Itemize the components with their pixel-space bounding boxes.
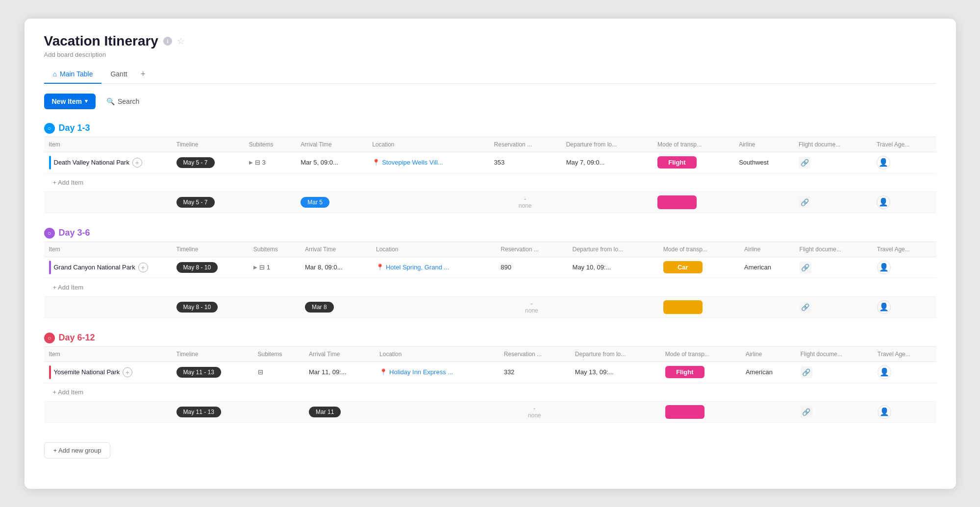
add-subitem-icon[interactable]: + — [132, 158, 142, 168]
mode-badge[interactable]: Car — [663, 261, 703, 273]
location-text: Holiday Inn Express ... — [389, 368, 453, 376]
arrival-time: Mar 5, 09:0... — [296, 152, 367, 173]
col-subitems: Subitems — [244, 137, 296, 152]
tab-gantt-label: Gantt — [110, 70, 127, 78]
subitems-icon: ⊟ — [258, 368, 263, 376]
group-day3-6-dot[interactable]: ○ — [44, 228, 55, 239]
doc-icon[interactable]: 🔗 — [800, 262, 811, 273]
summary-mode — [663, 300, 703, 314]
subitems-icon: ⊟ — [259, 264, 265, 271]
chevron-down-icon: ▾ — [85, 98, 88, 104]
search-icon: 🔍 — [106, 97, 115, 105]
col-travel-agent: Travel Age... — [872, 137, 936, 152]
reservation: 332 — [499, 362, 570, 383]
color-bar — [49, 261, 51, 274]
group-day1-3-title: Day 1-3 — [59, 123, 90, 133]
col-flight-doc-g3: Flight docume... — [796, 346, 873, 362]
subitems-cell[interactable]: ⊟ — [258, 368, 299, 376]
subitems-cell[interactable]: ▶ ⊟ 1 — [253, 264, 295, 271]
person-icon[interactable]: 👤 — [877, 261, 891, 274]
col-travel-agent-g3: Travel Age... — [873, 346, 936, 362]
subitems-arrow-icon: ▶ — [253, 265, 257, 270]
group-day1-3-table: Item Timeline Subitems Arrival Time Loca… — [44, 137, 936, 213]
mode-badge[interactable]: Flight — [657, 156, 697, 169]
reservation: 353 — [489, 152, 561, 173]
subitems-icon: ⊟ — [255, 159, 260, 166]
page-title: Vacation Itinerary — [44, 33, 158, 49]
col-location-g3: Location — [375, 346, 499, 362]
group-day3-6-table: Item Timeline Subitems Arrival Time Loca… — [44, 241, 936, 318]
subitems-cell[interactable]: ▶ ⊟ 3 — [249, 159, 291, 166]
info-icon[interactable]: i — [163, 37, 172, 46]
col-item-g2: Item — [44, 241, 172, 257]
add-new-group-button[interactable]: + Add new group — [44, 442, 111, 459]
col-mode-g3: Mode of transp... — [660, 346, 741, 362]
summary-person-icon[interactable]: 👤 — [877, 195, 890, 209]
home-icon: ⌂ — [53, 70, 57, 78]
location-cell[interactable]: 📍 Stovepipe Wells Vill... — [372, 159, 484, 166]
col-arrival: Arrival Time — [296, 137, 367, 152]
app-container: Vacation Itinerary i ☆ Add board descrip… — [25, 19, 956, 489]
col-departure-g3: Departure from lo... — [570, 346, 660, 362]
summary-person-icon[interactable]: 👤 — [877, 300, 891, 314]
summary-doc-icon[interactable]: 🔗 — [799, 196, 810, 208]
new-item-button[interactable]: New Item ▾ — [44, 94, 96, 109]
location-pin-icon: 📍 — [372, 159, 380, 166]
person-icon[interactable]: 👤 — [878, 365, 891, 379]
departure: May 13, 09:... — [570, 362, 660, 383]
summary-mode — [657, 195, 697, 209]
group-day1-3-dot[interactable]: ○ — [44, 123, 55, 134]
group-day1-3: ○ Day 1-3 Item Timeline Subitems Arrival… — [44, 123, 936, 213]
location-cell[interactable]: 📍 Hotel Spring, Grand ... — [376, 264, 491, 271]
tab-main-table[interactable]: ⌂ Main Table — [44, 65, 102, 84]
group-day3-6: ○ Day 3-6 Item Timeline Subitems Arrival… — [44, 228, 936, 318]
add-subitem-icon[interactable]: + — [138, 263, 148, 272]
board-description[interactable]: Add board description — [44, 51, 936, 58]
group-day6-12-dot[interactable]: ○ — [44, 333, 55, 343]
doc-icon[interactable]: 🔗 — [801, 366, 812, 378]
tab-add-button[interactable]: + — [136, 67, 150, 81]
group-day3-6-header: ○ Day 3-6 — [44, 228, 936, 239]
col-arrival-g3: Arrival Time — [304, 346, 375, 362]
mode-badge[interactable]: Flight — [665, 366, 704, 378]
summary-doc-icon[interactable]: 🔗 — [800, 301, 811, 313]
arrival-time: Mar 11, 09:... — [304, 362, 375, 383]
col-timeline-g3: Timeline — [172, 346, 253, 362]
col-reservation: Reservation ... — [489, 137, 561, 152]
col-timeline: Timeline — [172, 137, 244, 152]
search-button[interactable]: 🔍 Search — [101, 95, 144, 108]
tab-gantt[interactable]: Gantt — [101, 65, 136, 84]
group-day6-12-table: Item Timeline Subitems Arrival Time Loca… — [44, 346, 936, 423]
departure: May 7, 09:0... — [561, 152, 653, 173]
col-reservation-g3: Reservation ... — [499, 346, 570, 362]
col-departure: Departure from lo... — [561, 137, 653, 152]
group-day1-3-header: ○ Day 1-3 — [44, 123, 936, 134]
summary-timeline: May 11 - 13 — [176, 407, 221, 417]
star-icon[interactable]: ☆ — [177, 36, 185, 47]
summary-arrival: Mar 5 — [301, 197, 329, 208]
doc-icon[interactable]: 🔗 — [799, 157, 810, 169]
col-location: Location — [367, 137, 489, 152]
item-name-cell: Death Valley National Park + — [49, 156, 167, 169]
person-icon[interactable]: 👤 — [877, 156, 890, 169]
add-subitem-icon[interactable]: + — [123, 367, 132, 377]
item-name-cell: Yosemite National Park + — [49, 365, 167, 379]
add-item-button[interactable]: + Add Item — [49, 177, 88, 188]
summary-person-icon[interactable]: 👤 — [878, 405, 891, 419]
subitems-count: 3 — [262, 159, 266, 166]
departure: May 10, 09:... — [568, 257, 658, 278]
location-pin-icon: 📍 — [379, 368, 387, 376]
airline: American — [739, 257, 795, 278]
summary-doc-icon[interactable]: 🔗 — [801, 406, 812, 418]
add-item-button[interactable]: + Add Item — [49, 282, 88, 293]
col-airline-g3: Airline — [741, 346, 796, 362]
color-bar — [49, 365, 51, 379]
item-name: Yosemite National Park — [54, 368, 120, 376]
col-item-g3: Item — [44, 346, 172, 362]
add-item-button[interactable]: + Add Item — [49, 386, 88, 398]
location-cell[interactable]: 📍 Holiday Inn Express ... — [379, 368, 494, 376]
item-name-cell: Grand Canyon National Park + — [49, 261, 167, 274]
col-travel-agent-g2: Travel Age... — [872, 241, 936, 257]
add-item-row: + Add Item — [44, 278, 936, 296]
col-subitems-g3: Subitems — [253, 346, 304, 362]
